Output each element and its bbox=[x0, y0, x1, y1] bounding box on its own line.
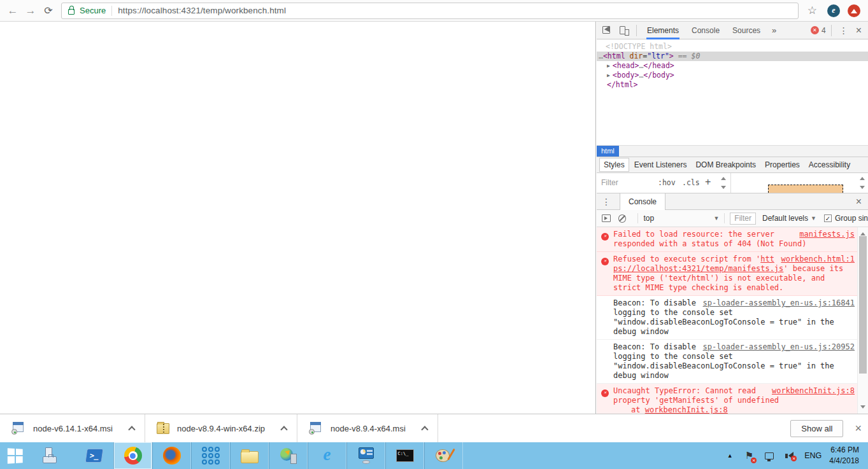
forward-icon[interactable]: → bbox=[22, 4, 39, 17]
source-link[interactable]: sp-loader-assembly_en-us.js:16841 bbox=[703, 298, 855, 308]
taskbar-system-settings[interactable] bbox=[346, 442, 385, 469]
body-node[interactable]: ▶<body>…</body> bbox=[597, 71, 868, 80]
devtools-close-icon[interactable]: × bbox=[853, 25, 868, 36]
tab-sources[interactable]: Sources bbox=[726, 22, 767, 39]
page-viewport[interactable] bbox=[0, 22, 596, 414]
action-center-flag-icon[interactable]: ⚑✕ bbox=[745, 450, 753, 461]
volume-muted-icon[interactable]: ✕ bbox=[785, 452, 793, 459]
icon-column bbox=[597, 298, 613, 337]
reload-icon[interactable]: ⟳ bbox=[39, 4, 57, 17]
device-toolbar-icon[interactable] bbox=[618, 25, 630, 36]
drawer-header: ⋮ Console × bbox=[597, 193, 868, 210]
chevron-up-icon[interactable] bbox=[421, 426, 428, 433]
tab-accessibility[interactable]: Accessibility bbox=[805, 158, 854, 171]
source-link[interactable]: workbench.html:1 bbox=[781, 255, 855, 264]
taskbar-server-manager[interactable] bbox=[31, 442, 69, 469]
tab-dom-breakpoints[interactable]: DOM Breakpoints bbox=[692, 158, 760, 171]
tab-properties[interactable]: Properties bbox=[761, 158, 804, 171]
inspect-element-icon[interactable] bbox=[602, 25, 613, 36]
drawer-menu-icon[interactable]: ⋮ bbox=[597, 197, 616, 207]
expand-arrow-icon[interactable]: ▶ bbox=[607, 63, 610, 69]
tab-elements[interactable]: Elements bbox=[641, 22, 685, 39]
console-scrollbar[interactable] bbox=[857, 227, 868, 414]
hidden-icons-chevron[interactable]: ▲ bbox=[727, 452, 733, 459]
tab-console[interactable]: Console bbox=[685, 22, 726, 39]
more-tabs-icon[interactable]: » bbox=[767, 25, 781, 35]
source-link[interactable]: manifests.js bbox=[799, 230, 855, 239]
downloads-close-icon[interactable]: × bbox=[855, 422, 862, 435]
execution-context-select[interactable]: top▼ bbox=[643, 214, 719, 223]
error-count-badge[interactable]: ✕4 bbox=[811, 26, 829, 35]
taskbar-file-explorer[interactable] bbox=[230, 442, 269, 469]
download-item[interactable]: node-v6.14.1-x64.msi bbox=[0, 414, 145, 442]
network-icon[interactable] bbox=[765, 452, 774, 459]
taskbar-chrome[interactable] bbox=[113, 442, 152, 469]
extension-e-icon[interactable]: e bbox=[827, 4, 840, 17]
taskbar-app-grid[interactable] bbox=[191, 442, 230, 469]
doctype-node[interactable]: <!DOCTYPE html> bbox=[597, 42, 868, 52]
download-item[interactable]: node-v8.9.4-win-x64.zip bbox=[145, 414, 297, 442]
bookmark-star-icon[interactable]: ☆ bbox=[808, 4, 817, 17]
address-bar[interactable]: Secure https://localhost:4321/temp/workb… bbox=[61, 3, 799, 19]
chevron-up-icon[interactable] bbox=[280, 426, 287, 433]
breadcrumb-bar: html bbox=[597, 145, 868, 157]
padlock-icon bbox=[68, 9, 75, 15]
download-item[interactable]: node-v8.9.4-x64.msi bbox=[297, 414, 438, 442]
head-node[interactable]: ▶<head>…</head> bbox=[597, 61, 868, 71]
breadcrumb-html[interactable]: html bbox=[597, 146, 619, 157]
console-message-log[interactable]: sp-loader-assembly_en-us.js:20952Beacon:… bbox=[597, 340, 857, 384]
taskbar-internet-explorer[interactable]: e bbox=[308, 442, 346, 469]
message-body: sp-loader-assembly_en-us.js:16841Beacon:… bbox=[613, 298, 855, 337]
styles-filter-input[interactable]: Filter bbox=[601, 178, 618, 187]
hov-toggle[interactable]: :hov bbox=[658, 178, 676, 187]
metrics-scroll-arrows[interactable] bbox=[858, 174, 866, 192]
console-message-error[interactable]: ✕ workbenchInit.js:8Uncaught TypeError: … bbox=[597, 384, 857, 414]
stack-link[interactable]: workbenchInit.js:8 bbox=[645, 405, 728, 414]
language-indicator[interactable]: ENG bbox=[804, 451, 822, 460]
console-filter-input[interactable]: Filter bbox=[730, 213, 756, 225]
chevron-down-icon: ▼ bbox=[713, 215, 719, 221]
scroll-down-arrow[interactable] bbox=[860, 405, 865, 411]
devtools-menu-icon[interactable]: ⋮ bbox=[834, 25, 853, 36]
clear-console-icon[interactable] bbox=[618, 214, 627, 223]
styles-scroll-arrows[interactable] bbox=[719, 174, 727, 192]
error-badge: ✕ bbox=[751, 458, 757, 463]
console-message-log[interactable]: sp-loader-assembly_en-us.js:16841Beacon:… bbox=[597, 296, 857, 340]
clock[interactable]: 6:46 PM 4/4/2018 bbox=[829, 445, 862, 467]
desktop: ← → ⟳ Secure https://localhost:4321/temp… bbox=[0, 0, 868, 469]
taskbar-powershell[interactable]: >_ bbox=[75, 442, 113, 469]
drawer-close-icon[interactable]: × bbox=[853, 196, 868, 207]
margin-box[interactable] bbox=[768, 185, 843, 193]
expand-arrow-icon[interactable]: ▶ bbox=[607, 73, 610, 78]
console-message-error[interactable]: ✕ workbench.html:1Refused to execute scr… bbox=[597, 252, 857, 296]
console-message-error[interactable]: ✕ manifests.jsFailed to load resource: t… bbox=[597, 227, 857, 252]
source-link[interactable]: sp-loader-assembly_en-us.js:20952 bbox=[703, 342, 855, 352]
log-levels-select[interactable]: Default levels▼ bbox=[762, 214, 816, 223]
html-close-node[interactable]: </html> bbox=[597, 80, 868, 90]
back-icon[interactable]: ← bbox=[4, 4, 22, 17]
taskbar-iis-manager[interactable] bbox=[269, 442, 308, 469]
chevron-up-icon[interactable] bbox=[128, 426, 135, 433]
group-similar-checkbox[interactable]: ✓ bbox=[824, 214, 832, 222]
tab-event-listeners[interactable]: Event Listeners bbox=[630, 158, 691, 171]
scroll-up-arrow[interactable] bbox=[860, 230, 865, 235]
taskbar-paint[interactable] bbox=[424, 442, 463, 469]
extension-upload-icon[interactable] bbox=[848, 4, 860, 17]
scrollbar-thumb[interactable] bbox=[859, 236, 867, 374]
new-style-rule-button[interactable]: + bbox=[705, 176, 711, 188]
taskbar-command-prompt[interactable]: C:\_ bbox=[385, 442, 424, 469]
url-text[interactable]: https://localhost:4321/temp/workbench.ht… bbox=[118, 6, 286, 15]
tab-styles[interactable]: Styles bbox=[599, 158, 629, 172]
source-link[interactable]: workbenchInit.js:8 bbox=[772, 386, 855, 396]
system-settings-icon bbox=[357, 447, 375, 464]
console-sidebar-icon[interactable] bbox=[602, 214, 611, 222]
taskbar-firefox[interactable] bbox=[152, 442, 191, 469]
cls-toggle[interactable]: .cls bbox=[682, 178, 700, 187]
drawer-tab-console[interactable]: Console bbox=[620, 193, 665, 210]
show-all-button[interactable]: Show all bbox=[790, 420, 843, 437]
html-node-selected[interactable]: …<html dir="ltr"> == $0 bbox=[597, 52, 868, 61]
download-filename: node-v8.9.4-win-x64.zip bbox=[177, 424, 265, 433]
box-model-pane bbox=[730, 173, 857, 193]
error-icon: ✕ bbox=[601, 233, 609, 241]
start-button[interactable] bbox=[0, 442, 31, 469]
